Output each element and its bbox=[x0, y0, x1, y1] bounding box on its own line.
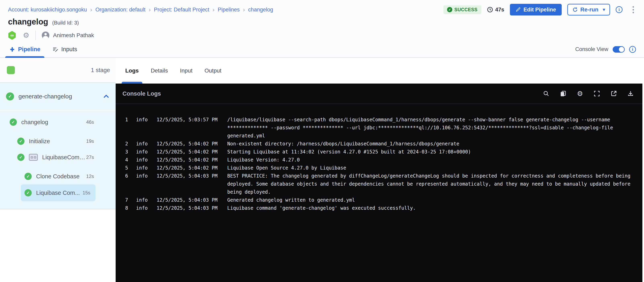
stage-node[interactable] bbox=[7, 66, 15, 74]
log-message: Liquibase Version: 4.27.0 bbox=[227, 156, 638, 164]
log-level: info bbox=[136, 164, 148, 172]
console-view-info-icon[interactable]: i bbox=[629, 46, 636, 53]
step-label: Liquibase Com... bbox=[36, 190, 80, 196]
open-in-new-icon[interactable] bbox=[610, 90, 617, 97]
step-row-clone-codebase[interactable]: ✓ Clone Codebase 12s bbox=[0, 168, 116, 184]
log-level: info bbox=[136, 140, 148, 148]
status-badge-label: SUCCESS bbox=[454, 7, 478, 13]
author-name: Animesh Pathak bbox=[53, 32, 94, 39]
inputs-icon bbox=[52, 46, 58, 53]
copy-icon[interactable] bbox=[560, 90, 566, 97]
log-level: info bbox=[136, 116, 148, 124]
console-view-label: Console View bbox=[575, 46, 608, 53]
console-title: Console Logs bbox=[122, 90, 161, 97]
status-badge: ✓ SUCCESS bbox=[444, 6, 481, 14]
tab-pipeline[interactable]: Pipeline bbox=[8, 45, 42, 58]
log-line-number: 6 bbox=[122, 172, 128, 180]
step-group-icon bbox=[29, 154, 38, 161]
log-level: info bbox=[136, 172, 148, 180]
meta-row: ∞ ⚙ Animesh Pathak bbox=[8, 31, 636, 40]
tab-inputs-label: Inputs bbox=[61, 46, 77, 53]
chevron-down-icon[interactable]: ▾ bbox=[603, 7, 605, 12]
tab-logs[interactable]: Logs bbox=[125, 58, 139, 84]
ci-module-icon: ∞ bbox=[8, 31, 16, 40]
check-circle-icon: ✓ bbox=[6, 92, 14, 100]
stage-count-label: 1 stage bbox=[91, 67, 110, 74]
fullscreen-icon[interactable] bbox=[594, 90, 600, 97]
breadcrumb-organization[interactable]: Organization: default bbox=[95, 7, 145, 13]
tab-output[interactable]: Output bbox=[204, 58, 222, 84]
log-level: info bbox=[136, 204, 148, 212]
step-duration: 12s bbox=[86, 174, 94, 179]
log-message: Liquibase command 'generate-changelog' w… bbox=[227, 204, 638, 212]
main-tab-bar: Pipeline Inputs Console View i bbox=[8, 45, 636, 58]
refresh-icon bbox=[572, 7, 578, 13]
breadcrumb-current: changelog bbox=[248, 7, 273, 13]
more-options-menu[interactable] bbox=[630, 6, 636, 14]
step-label: Initialize bbox=[29, 138, 50, 145]
page-header: Account: kurosakiichigo.songoku › Organi… bbox=[0, 0, 644, 58]
log-line-number: 7 bbox=[122, 196, 128, 204]
header-actions: ✓ SUCCESS 47s Edit Pipeline bbox=[444, 4, 636, 16]
settings-icon[interactable]: ⚙ bbox=[576, 90, 583, 97]
tab-details[interactable]: Details bbox=[150, 58, 168, 84]
check-circle-icon: ✓ bbox=[10, 119, 17, 126]
breadcrumb-account[interactable]: Account: kurosakiichigo.songoku bbox=[8, 7, 87, 13]
step-row-liquibase-group[interactable]: ✓ LiquibaseComm... 27s bbox=[0, 149, 116, 165]
console-view-toggle[interactable] bbox=[613, 46, 625, 53]
breadcrumb: Account: kurosakiichigo.songoku › Organi… bbox=[8, 5, 636, 14]
log-timestamp: 12/5/2025, 5:03:57 PM bbox=[156, 116, 219, 124]
success-check-icon: ✓ bbox=[447, 7, 452, 12]
console-log-output: 1 info 12/5/2025, 5:03:57 PM /liquibase/… bbox=[116, 104, 642, 282]
search-icon[interactable] bbox=[543, 90, 550, 97]
log-level: info bbox=[136, 148, 148, 156]
breadcrumb-project[interactable]: Project: Default Project bbox=[154, 7, 209, 13]
log-message: Starting Liquibase at 11:34:02 (version … bbox=[227, 148, 638, 156]
log-line: 1 info 12/5/2025, 5:03:57 PM /liquibase/… bbox=[122, 116, 642, 140]
duration-label: 47s bbox=[495, 7, 504, 13]
duration-indicator: 47s bbox=[487, 7, 504, 13]
log-tab-bar: Logs Details Input Output bbox=[116, 58, 644, 84]
content-area: 1 stage ✓ generate-changelog ✓ changelog… bbox=[0, 58, 644, 282]
log-timestamp: 12/5/2025, 5:04:02 PM bbox=[156, 148, 219, 156]
check-circle-icon: ✓ bbox=[17, 154, 24, 161]
step-row-changelog[interactable]: ✓ changelog 46s bbox=[0, 114, 116, 130]
breadcrumb-pipelines[interactable]: Pipelines bbox=[218, 7, 240, 13]
log-line: 3 info 12/5/2025, 5:04:02 PM Starting Li… bbox=[122, 148, 642, 156]
log-line-number: 1 bbox=[122, 116, 128, 124]
log-message: BEST PRACTICE: The changelog generated b… bbox=[227, 172, 638, 196]
log-message: Generated changelog written to generated… bbox=[227, 196, 638, 204]
check-circle-icon: ✓ bbox=[24, 173, 32, 180]
stage-group-label: generate-changelog bbox=[18, 93, 72, 100]
step-row-liquibase-command[interactable]: ✓ Liquibase Com... 15s bbox=[21, 184, 96, 201]
tab-input[interactable]: Input bbox=[180, 58, 193, 84]
step-tree: ✓ changelog 46s ✓ Initialize 19s ✓ Liqui… bbox=[0, 110, 116, 209]
stage-group-header[interactable]: ✓ generate-changelog bbox=[0, 83, 116, 110]
log-timestamp: 12/5/2025, 5:04:02 PM bbox=[156, 156, 219, 164]
step-detail-panel: Logs Details Input Output Console Logs bbox=[116, 58, 644, 282]
log-line-number: 4 bbox=[122, 156, 128, 164]
console-view-control: Console View i bbox=[575, 46, 636, 57]
check-circle-icon: ✓ bbox=[24, 189, 32, 196]
info-icon[interactable]: i bbox=[616, 6, 622, 13]
gear-icon[interactable]: ⚙ bbox=[23, 32, 29, 39]
console-panel: Console Logs ⚙ bbox=[116, 84, 642, 282]
tab-inputs[interactable]: Inputs bbox=[51, 45, 78, 58]
edit-pipeline-button[interactable]: Edit Pipeline bbox=[510, 4, 562, 16]
step-label: LiquibaseComm... bbox=[42, 154, 86, 161]
breadcrumb-separator-icon: › bbox=[90, 7, 92, 13]
log-message: /liquibase/liquibase --search-path dbops… bbox=[227, 116, 638, 140]
step-label: Clone Codebase bbox=[36, 173, 80, 180]
log-timestamp: 12/5/2025, 5:04:03 PM bbox=[156, 204, 219, 212]
log-level: info bbox=[136, 196, 148, 204]
step-label: changelog bbox=[21, 119, 48, 126]
rerun-label: Re-run bbox=[580, 7, 598, 13]
log-line: 8 info 12/5/2025, 5:04:03 PM Liquibase c… bbox=[122, 204, 642, 212]
log-line: 6 info 12/5/2025, 5:04:03 PM BEST PRACTI… bbox=[122, 172, 642, 196]
chevron-up-icon[interactable] bbox=[103, 93, 110, 100]
step-duration: 19s bbox=[86, 138, 94, 144]
download-icon[interactable] bbox=[627, 90, 634, 97]
step-row-initialize[interactable]: ✓ Initialize 19s bbox=[0, 133, 116, 149]
log-timestamp: 12/5/2025, 5:04:03 PM bbox=[156, 196, 219, 204]
rerun-button[interactable]: Re-run ▾ bbox=[567, 4, 610, 16]
